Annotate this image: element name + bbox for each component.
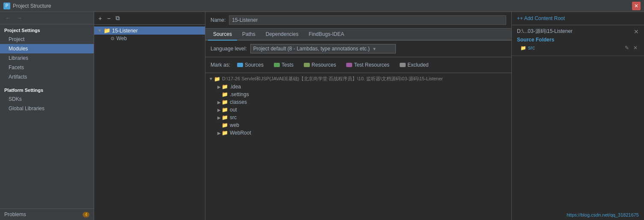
remove-source-folder-button[interactable]: ✕ — [632, 44, 639, 51]
ftree-idea-folder-icon: 📁 — [222, 84, 228, 90]
ftree-src[interactable]: ▶ 📁 src — [205, 114, 511, 121]
file-tree: ▼ 📁 D:\17-26 Servlet和JSP(JAVAEE基础)【北京尚学堂… — [205, 73, 511, 220]
ftree-web[interactable]: ▶ 📁 web — [205, 121, 511, 129]
sidebar-item-facets[interactable]: Facets — [0, 63, 94, 72]
ftree-classes-expand: ▶ — [217, 100, 221, 105]
bottom-url: https://blog.csdn.net/qq_31821675 — [512, 210, 644, 220]
ftree-webroot-folder-icon: 📁 — [222, 130, 228, 136]
ftree-idea-label: .idea — [230, 84, 241, 90]
ftree-out-expand: ▶ — [217, 108, 221, 112]
ftree-web-label: web — [230, 122, 239, 128]
mark-excluded-button[interactable]: Excluded — [396, 61, 432, 69]
ftree-out-folder-icon: 📁 — [222, 107, 228, 113]
sidebar: ← → Project Settings Project Modules Lib… — [0, 12, 94, 220]
content-root-close-button[interactable]: ✕ — [634, 28, 639, 35]
source-folder-icon: 📁 — [520, 45, 526, 51]
ftree-classes[interactable]: ▶ 📁 classes — [205, 98, 511, 106]
sources-dot-icon — [237, 63, 243, 67]
title-bar: P Project Structure ✕ — [0, 0, 644, 12]
sidebar-item-project[interactable]: Project — [0, 35, 94, 44]
ftree-settings[interactable]: ▶ 📁 .settings — [205, 91, 511, 98]
mark-as-label: Mark as: — [211, 62, 230, 68]
main-content: ← → Project Settings Project Modules Lib… — [0, 12, 644, 220]
mark-excluded-label: Excluded — [407, 62, 428, 68]
ftree-webroot-expand: ▶ — [217, 131, 221, 135]
problems-bar[interactable]: Problems 4 — [0, 208, 94, 220]
folder-icon: 📁 — [104, 27, 110, 34]
ftree-src-folder-icon: 📁 — [222, 114, 228, 120]
sidebar-item-modules[interactable]: Modules — [0, 44, 94, 53]
tabs-row: Sources Paths Dependencies FindBugs-IDEA — [205, 29, 511, 41]
language-row: Language level: Project default (8 - Lam… — [205, 41, 511, 57]
ftree-idea[interactable]: ▶ 📁 .idea — [205, 83, 511, 91]
content-root-path: D:\...03-源码\15-Listener — [517, 28, 573, 35]
close-button[interactable]: ✕ — [632, 2, 641, 10]
sidebar-item-libraries[interactable]: Libraries — [0, 53, 94, 63]
mark-tests-button[interactable]: Tests — [270, 61, 297, 69]
content-root-header: D:\...03-源码\15-Listener ✕ — [517, 28, 639, 35]
ftree-out-label: out — [230, 107, 237, 113]
ftree-src-label: src — [230, 114, 237, 120]
ftree-out[interactable]: ▶ 📁 out — [205, 106, 511, 114]
content-root-item: D:\...03-源码\15-Listener ✕ Source Folders… — [512, 25, 644, 56]
tab-paths[interactable]: Paths — [237, 29, 261, 41]
sidebar-item-sdks[interactable]: SDKs — [0, 94, 94, 104]
tab-sources[interactable]: Sources — [208, 29, 237, 41]
tab-dependencies[interactable]: Dependencies — [261, 29, 304, 41]
problems-label: Problems — [4, 211, 26, 217]
remove-module-button[interactable]: − — [105, 14, 112, 23]
mark-sources-button[interactable]: Sources — [234, 61, 267, 69]
tree-content: ▼ 📁 15-Listener ⚙ Web — [94, 25, 205, 220]
platform-settings-header: Platform Settings — [0, 84, 94, 94]
add-module-button[interactable]: + — [97, 14, 104, 23]
ftree-web-expand: ▶ — [217, 123, 221, 128]
tree-node-web-label: Web — [116, 35, 127, 41]
ftree-classes-folder-icon: 📁 — [222, 99, 228, 105]
back-arrow[interactable]: ← — [3, 14, 13, 22]
mark-tests-label: Tests — [282, 62, 294, 68]
ftree-webroot-label: WebRoot — [230, 130, 251, 136]
mark-test-resources-button[interactable]: Test Resources — [343, 61, 393, 69]
title-bar-text: Project Structure — [13, 3, 51, 9]
ftree-src-expand: ▶ — [217, 115, 221, 120]
tests-dot-icon — [274, 63, 280, 67]
mark-resources-label: Resources — [312, 62, 336, 68]
add-content-root-label: + Add Content Root — [520, 15, 565, 21]
sidebar-item-artifacts[interactable]: Artifacts — [0, 72, 94, 82]
language-level-value: Project default (8 - Lambdas, type annot… — [253, 46, 370, 52]
source-folders-label: Source Folders — [517, 37, 639, 43]
source-folder-name: src — [528, 45, 535, 51]
add-content-root-button[interactable]: + + Add Content Root — [512, 12, 644, 25]
main-panel: Name: Sources Paths Dependencies FindBug… — [205, 12, 511, 220]
tree-panel: + − ⧉ ▼ 📁 15-Listener ⚙ Web — [94, 12, 205, 220]
mark-as-row: Mark as: Sources Tests Resources Test Re… — [205, 57, 511, 73]
language-level-select[interactable]: Project default (8 - Lambdas, type annot… — [250, 44, 396, 53]
name-row: Name: — [205, 12, 511, 29]
test-resources-dot-icon — [346, 63, 352, 67]
ftree-root[interactable]: ▼ 📁 D:\17-26 Servlet和JSP(JAVAEE基础)【北京尚学堂… — [205, 75, 511, 83]
ftree-settings-folder-icon: 📁 — [222, 91, 228, 97]
tree-node-web[interactable]: ⚙ Web — [94, 35, 205, 42]
excluded-dot-icon — [400, 63, 406, 67]
edit-source-folder-button[interactable]: ✎ — [623, 44, 630, 51]
ftree-webroot[interactable]: ▶ 📁 WebRoot — [205, 129, 511, 137]
name-label: Name: — [211, 17, 226, 23]
tree-toolbar: + − ⧉ — [94, 12, 205, 25]
ftree-root-folder-icon: 📁 — [214, 76, 220, 82]
source-folder-actions: ✎ ✕ — [623, 44, 639, 51]
dropdown-arrow-icon: ▼ — [372, 47, 377, 51]
mark-sources-label: Sources — [245, 62, 264, 68]
web-icon: ⚙ — [110, 36, 115, 41]
tab-findbugs[interactable]: FindBugs-IDEA — [303, 29, 349, 41]
mark-resources-button[interactable]: Resources — [300, 61, 339, 69]
sidebar-item-global-libraries[interactable]: Global Libraries — [0, 104, 94, 113]
mark-test-resources-label: Test Resources — [354, 62, 389, 68]
plus-icon: + — [517, 15, 520, 21]
copy-module-button[interactable]: ⧉ — [114, 14, 122, 23]
name-input[interactable] — [229, 15, 506, 25]
expand-icon: ▼ — [98, 28, 103, 33]
tree-node-root[interactable]: ▼ 📁 15-Listener — [94, 26, 205, 35]
ftree-classes-label: classes — [230, 99, 247, 105]
ftree-settings-expand: ▶ — [217, 92, 221, 97]
forward-arrow[interactable]: → — [15, 14, 24, 22]
